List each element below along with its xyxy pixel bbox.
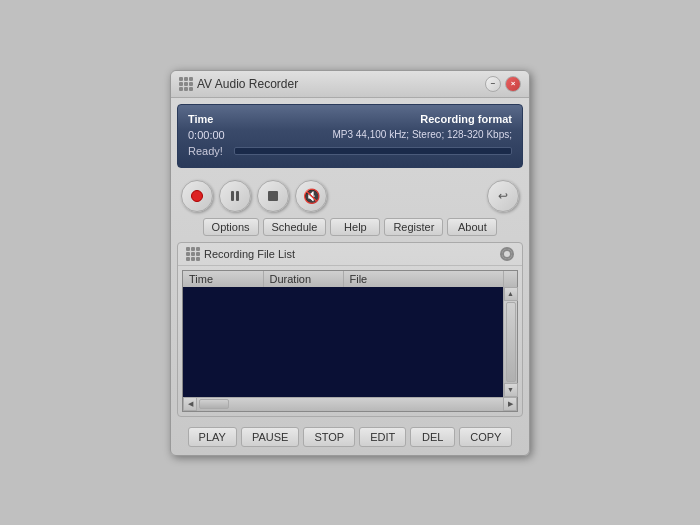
play-button[interactable]: PLAY (188, 427, 237, 447)
close-button[interactable]: × (505, 76, 521, 92)
recorder-info: 0:00:00 MP3 44,100 kHz; Stereo; 128-320 … (188, 129, 512, 141)
del-button[interactable]: DEL (410, 427, 455, 447)
file-list-section: Recording File List Time Duration File (177, 242, 523, 417)
time-value: 0:00:00 (188, 129, 225, 141)
register-button[interactable]: Register (384, 218, 443, 236)
recorder-panel: Time Recording format 0:00:00 MP3 44,100… (177, 104, 523, 168)
volume-icon: 🔇 (303, 188, 320, 204)
col-time: Time (183, 271, 263, 287)
window-title: AV Audio Recorder (197, 77, 298, 91)
stop-button[interactable] (257, 180, 289, 212)
stop-icon (268, 191, 278, 201)
file-list-header: Recording File List (178, 243, 522, 266)
scrollbar-area: ▲ ▼ (183, 287, 517, 397)
file-table: Time Duration File (183, 271, 517, 287)
pause-button[interactable] (219, 180, 251, 212)
action-buttons: Options Schedule Help Register About (171, 218, 529, 242)
settings-button[interactable]: ↩ (487, 180, 519, 212)
format-label: Recording format (420, 113, 512, 125)
controls-row: 🔇 ↩ (171, 174, 529, 218)
file-table-head: Time Duration File (183, 271, 517, 287)
file-table-header-row: Time Duration File (183, 271, 517, 287)
vertical-scrollbar[interactable]: ▲ ▼ (503, 287, 517, 397)
recorder-header: Time Recording format (188, 113, 512, 125)
schedule-button[interactable]: Schedule (263, 218, 327, 236)
settings-icon: ↩ (498, 189, 508, 203)
record-button[interactable] (181, 180, 213, 212)
status-text: Ready! (188, 145, 228, 157)
about-button[interactable]: About (447, 218, 497, 236)
pause-playback-button[interactable]: PAUSE (241, 427, 299, 447)
title-bar-left: AV Audio Recorder (179, 77, 298, 91)
horizontal-scrollbar[interactable]: ◀ ▶ (183, 397, 517, 411)
record-icon (191, 190, 203, 202)
controls-left: 🔇 (181, 180, 327, 212)
options-button[interactable]: Options (203, 218, 259, 236)
stop-playback-button[interactable]: STOP (303, 427, 355, 447)
app-grid-icon (179, 77, 193, 91)
file-table-wrapper: Time Duration File ▲ ▼ (182, 270, 518, 412)
main-window: AV Audio Recorder − × Time Recording for… (170, 70, 530, 456)
format-value: MP3 44,100 kHz; Stereo; 128-320 Kbps; (332, 129, 512, 141)
volume-button[interactable]: 🔇 (295, 180, 327, 212)
power-button[interactable] (500, 247, 514, 261)
col-duration: Duration (263, 271, 343, 287)
minimize-button[interactable]: − (485, 76, 501, 92)
col-file: File (343, 271, 503, 287)
scroll-thumb-v[interactable] (506, 302, 516, 382)
scroll-thumb-h[interactable] (199, 399, 229, 409)
scrollbar-header (503, 271, 517, 287)
help-button[interactable]: Help (330, 218, 380, 236)
table-body (183, 287, 503, 397)
playback-buttons: PLAY PAUSE STOP EDIT DEL COPY (171, 423, 529, 455)
scroll-track-h (231, 398, 503, 411)
file-list-title: Recording File List (204, 248, 295, 260)
file-list-grid-icon (186, 247, 200, 261)
file-list-header-left: Recording File List (186, 247, 295, 261)
scroll-up-arrow[interactable]: ▲ (504, 287, 518, 301)
title-bar-controls: − × (485, 76, 521, 92)
scroll-right-arrow[interactable]: ▶ (503, 397, 517, 411)
status-row: Ready! (188, 145, 512, 157)
progress-bar (234, 147, 512, 155)
edit-button[interactable]: EDIT (359, 427, 406, 447)
pause-icon (231, 191, 239, 201)
copy-button[interactable]: COPY (459, 427, 512, 447)
time-label: Time (188, 113, 213, 125)
scroll-left-arrow[interactable]: ◀ (183, 397, 197, 411)
title-bar: AV Audio Recorder − × (171, 71, 529, 98)
scroll-down-arrow[interactable]: ▼ (504, 383, 518, 397)
